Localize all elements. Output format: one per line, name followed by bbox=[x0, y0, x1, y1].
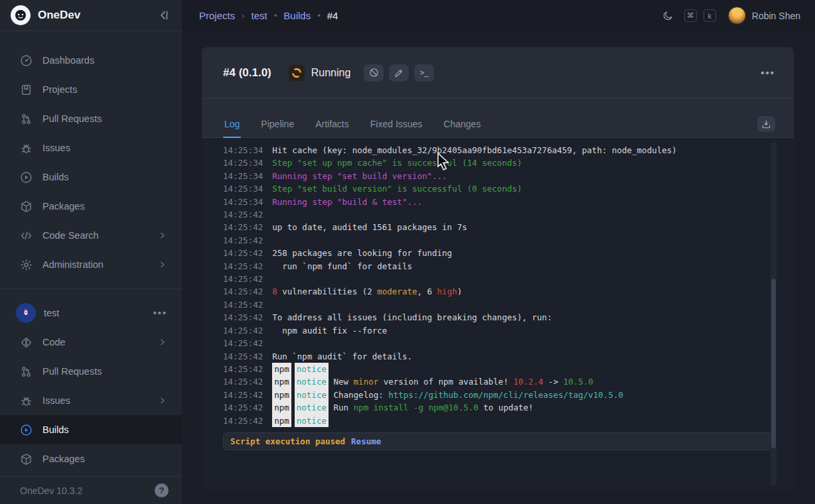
cancel-build-button[interactable] bbox=[364, 64, 384, 82]
sidebar-item-packages[interactable]: Packages bbox=[0, 192, 182, 221]
log-segment: Running step "set build version"... bbox=[272, 170, 447, 182]
log-line: 14:25:42npmnotice bbox=[223, 414, 784, 427]
help-icon[interactable]: ? bbox=[155, 483, 169, 497]
sidebar-item-administration[interactable]: Administration bbox=[0, 250, 182, 279]
log-segment: 10.2.4 bbox=[513, 375, 543, 388]
sidebar-header: OneDev bbox=[0, 0, 182, 31]
log-line: 14:25:34Hit cache (key: node_modules_32/… bbox=[223, 144, 784, 157]
tab-log[interactable]: Log bbox=[223, 119, 241, 137]
code-icon bbox=[20, 229, 33, 242]
log-line: 14:25:34Step "set build version" is succ… bbox=[223, 182, 784, 195]
sidebar-item-projects[interactable]: Projects bbox=[0, 75, 182, 104]
log-timestamp: 14:25:42 bbox=[223, 401, 263, 414]
chevron-right-icon bbox=[158, 338, 167, 347]
log-segment: -> bbox=[544, 375, 563, 388]
log-segment: Changelog: bbox=[329, 389, 388, 401]
sidebar-item-dashboards[interactable]: Dashboards bbox=[0, 46, 182, 75]
tab-fixed-issues[interactable]: Fixed Issues bbox=[369, 119, 424, 137]
log-segment: ) bbox=[457, 285, 463, 298]
sidebar-item-label: Code bbox=[42, 337, 158, 347]
log-line: 14:25:42npmnotice Run npm install -g npm… bbox=[223, 401, 784, 414]
breadcrumb-dot-icon: • bbox=[274, 11, 277, 21]
edit-build-button[interactable] bbox=[389, 64, 409, 82]
log-line: 14:25:42Run `npm audit` for details. bbox=[223, 350, 784, 363]
sidebar-project-row[interactable]: test ••• bbox=[0, 298, 182, 328]
paused-message: Script execution paused bbox=[230, 436, 345, 446]
version-label: OneDev 10.3.2 bbox=[20, 485, 155, 496]
tab-changes[interactable]: Changes bbox=[442, 119, 482, 137]
log-segment: moderate bbox=[377, 285, 417, 298]
sidebar-item-code-search[interactable]: Code Search bbox=[0, 221, 182, 250]
chevron-right-icon bbox=[158, 396, 167, 405]
running-spinner-icon bbox=[289, 65, 305, 81]
breadcrumb-projects[interactable]: Projects bbox=[199, 10, 235, 21]
topbar-right: ⌘ k Robin Shen bbox=[662, 7, 800, 25]
gauge-icon bbox=[20, 54, 33, 67]
log-segment: 10.5.0 bbox=[563, 375, 593, 388]
log-timestamp: 14:25:42 bbox=[223, 298, 263, 311]
sidebar-project-items: CodePull RequestsIssuesBuildsPackages bbox=[0, 328, 182, 473]
breadcrumb: Projects›test•Builds•#4 bbox=[199, 10, 662, 21]
user-menu[interactable]: Robin Shen bbox=[728, 7, 800, 25]
download-log-button[interactable] bbox=[757, 116, 775, 132]
chevron-right-icon bbox=[158, 260, 167, 269]
sidebar-collapse-icon[interactable] bbox=[158, 9, 170, 21]
log-timestamp: 14:25:42 bbox=[223, 350, 263, 363]
sidebar-divider bbox=[0, 288, 182, 289]
log-timestamp: 14:25:42 bbox=[223, 273, 263, 285]
log-viewport: 14:25:34Hit cache (key: node_modules_32/… bbox=[202, 138, 794, 490]
breadcrumb-chevron-icon: › bbox=[242, 11, 244, 21]
log-segment: To address all issues (including breakin… bbox=[272, 311, 552, 324]
log-segment: Run `npm audit` for details. bbox=[272, 350, 412, 363]
sidebar-item-label: Dashboards bbox=[42, 55, 167, 66]
log-line: 14:25:34Running step "build & test"... bbox=[223, 196, 784, 208]
log-segment: 8 bbox=[272, 285, 277, 298]
sidebar-project-item-issues[interactable]: Issues bbox=[0, 386, 182, 415]
book-icon bbox=[20, 84, 33, 96]
more-options-icon[interactable]: ••• bbox=[761, 67, 775, 78]
onedev-logo-icon[interactable] bbox=[11, 5, 31, 25]
log-line: 14:25:42npmnotice New minor version of n… bbox=[223, 375, 784, 388]
log-segment: npm audit fix --force bbox=[272, 324, 387, 337]
log-timestamp: 14:25:42 bbox=[223, 311, 263, 324]
k-key-badge: k bbox=[704, 9, 716, 22]
web-terminal-button[interactable]: >_ bbox=[414, 64, 434, 82]
breadcrumb-test[interactable]: test bbox=[252, 10, 267, 21]
pull-request-icon bbox=[20, 113, 33, 125]
project-more-icon[interactable]: ••• bbox=[153, 308, 167, 318]
resume-link[interactable]: Resume bbox=[351, 436, 381, 446]
log-timestamp: 14:25:42 bbox=[223, 324, 263, 337]
log-scrollbar-thumb[interactable] bbox=[771, 279, 776, 448]
log-link[interactable]: https://github.com/npm/cli/releases/tag/… bbox=[388, 389, 623, 401]
log-segment: npm bbox=[272, 401, 291, 414]
gear-icon bbox=[20, 259, 33, 271]
build-title: #4 (0.1.0) bbox=[223, 66, 271, 80]
log-line: 14:25:42 bbox=[223, 273, 784, 285]
log-timestamp: 14:25:42 bbox=[223, 363, 263, 375]
log-line: 14:25:42npmnotice Changelog: https://git… bbox=[223, 389, 784, 401]
log-segment: version of npm available! bbox=[378, 375, 513, 388]
project-avatar-rocket-icon bbox=[16, 303, 36, 323]
log-line: 14:25:34Step "set up npm cache" is succe… bbox=[223, 157, 784, 169]
log-line: 14:25:42 bbox=[223, 337, 784, 349]
sidebar-item-issues[interactable]: Issues bbox=[0, 133, 182, 162]
log-timestamp: 14:25:42 bbox=[223, 337, 263, 349]
sidebar-project-item-builds[interactable]: Builds bbox=[0, 415, 182, 444]
sidebar-item-builds[interactable]: Builds bbox=[0, 162, 182, 192]
sidebar-project-item-code[interactable]: Code bbox=[0, 328, 182, 357]
log-segment: Step "set up npm cache" is successful (1… bbox=[272, 157, 522, 169]
dark-mode-moon-icon[interactable] bbox=[662, 10, 674, 21]
log-segment: Run bbox=[329, 401, 354, 414]
chevron-right-icon bbox=[158, 231, 167, 240]
tab-bar: LogPipelineArtifactsFixed IssuesChanges bbox=[202, 99, 794, 138]
breadcrumb-builds[interactable]: Builds bbox=[283, 10, 311, 21]
breadcrumb-dot-icon: • bbox=[317, 11, 321, 21]
sidebar-item-pull-requests[interactable]: Pull Requests bbox=[0, 104, 182, 133]
tab-artifacts[interactable]: Artifacts bbox=[314, 119, 350, 137]
sidebar-project-item-packages[interactable]: Packages bbox=[0, 444, 182, 473]
log-timestamp: 14:25:42 bbox=[223, 221, 263, 233]
sidebar-project-item-pull-requests[interactable]: Pull Requests bbox=[0, 357, 182, 386]
build-status-label: Running bbox=[311, 67, 351, 79]
tab-pipeline[interactable]: Pipeline bbox=[259, 119, 295, 137]
sidebar-item-label: Pull Requests bbox=[42, 366, 167, 377]
